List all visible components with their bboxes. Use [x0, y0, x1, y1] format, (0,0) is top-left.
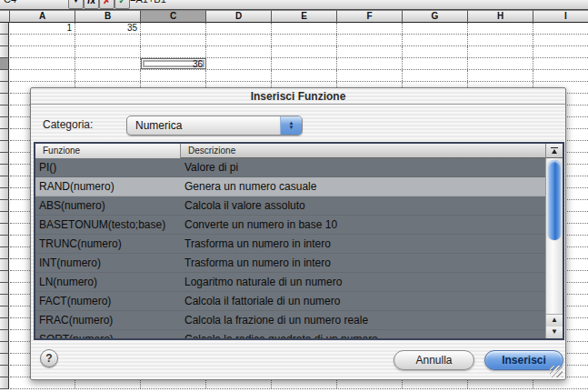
column-header-D[interactable]: D — [206, 10, 272, 23]
row-header-20[interactable] — [0, 247, 9, 259]
cell-A5[interactable] — [10, 70, 75, 81]
row-header-25[interactable] — [0, 307, 9, 318]
row-header-5[interactable] — [0, 70, 9, 82]
column-header-I[interactable]: I — [533, 10, 588, 23]
cell-F1[interactable] — [337, 23, 403, 34]
cell-B5[interactable] — [75, 70, 141, 81]
function-row-factnumero[interactable]: FACT(numero)Calcola il fattoriale di un … — [35, 292, 545, 311]
cell-F2[interactable] — [337, 35, 403, 45]
cell-E3[interactable] — [272, 46, 337, 57]
row-header-27[interactable] — [0, 330, 9, 342]
column-header-G[interactable]: G — [403, 10, 468, 23]
row-header-30[interactable] — [0, 366, 9, 377]
cell-I4[interactable] — [533, 58, 588, 69]
formula-input[interactable]: =A1+B1 — [130, 0, 166, 5]
cell-D3[interactable] — [206, 46, 272, 57]
scroll-down-icon[interactable]: ▼ — [546, 327, 563, 338]
cell-D1[interactable] — [206, 23, 272, 34]
column-header-C[interactable]: C — [141, 10, 206, 23]
row-header-4[interactable] — [0, 58, 9, 70]
accept-entry-icon[interactable]: ✓ — [115, 0, 130, 9]
category-popup[interactable]: Numerica ▲▼ — [126, 116, 303, 136]
column-header-H[interactable]: H — [468, 10, 533, 23]
function-icon[interactable]: fx — [84, 0, 99, 9]
row-header-29[interactable] — [0, 354, 9, 366]
row-header-2[interactable] — [0, 35, 9, 46]
cell-G3[interactable] — [403, 46, 468, 57]
column-header-funzione[interactable]: Funzione — [35, 144, 181, 158]
cell-B2[interactable] — [75, 35, 141, 45]
column-header-B[interactable]: B — [75, 10, 141, 23]
row-header-17[interactable] — [0, 212, 9, 224]
row-header-9[interactable] — [0, 117, 9, 129]
scroll-up-icon[interactable]: ▲ — [546, 315, 563, 327]
cell-F5[interactable] — [337, 70, 403, 81]
row-header-16[interactable] — [0, 200, 9, 212]
row-header-6[interactable] — [0, 82, 9, 94]
cell-H2[interactable] — [468, 35, 533, 45]
row-header-19[interactable] — [0, 236, 9, 247]
help-button[interactable]: ? — [40, 349, 58, 367]
row-header-26[interactable] — [0, 318, 9, 330]
row-header-18[interactable] — [0, 224, 9, 236]
resize-grip[interactable] — [550, 366, 563, 377]
cell-I3[interactable] — [533, 46, 588, 57]
row-header-13[interactable] — [0, 165, 9, 176]
row-header-3[interactable] — [0, 46, 9, 58]
column-header-F[interactable]: F — [337, 10, 403, 23]
cell-I2[interactable] — [533, 35, 588, 45]
cell-F4[interactable] — [337, 58, 403, 69]
function-row-randnumero[interactable]: RAND(numero)Genera un numero casuale — [35, 177, 545, 196]
row-header-10[interactable] — [0, 129, 9, 141]
function-row-pi[interactable]: PI()Valore di pi — [35, 158, 545, 177]
cancel-entry-icon[interactable]: ✗ — [99, 0, 115, 9]
cell-C5[interactable] — [141, 70, 206, 81]
cell-C2[interactable] — [141, 35, 206, 45]
row-header-21[interactable] — [0, 259, 9, 271]
cell-D2[interactable] — [206, 35, 272, 45]
cell-A3[interactable] — [10, 46, 75, 57]
cell-B3[interactable] — [75, 46, 141, 57]
row-header-14[interactable] — [0, 176, 9, 188]
list-scrollbar[interactable]: ▲ ▼ — [545, 158, 563, 338]
cancel-button[interactable]: Annulla — [394, 350, 474, 370]
cell-B4[interactable] — [75, 58, 141, 69]
cell-C1[interactable] — [141, 23, 206, 34]
sort-order-button[interactable] — [545, 144, 563, 158]
function-row-basetonumtestobase[interactable]: BASETONUM(testo;base)Converte un numero … — [35, 216, 545, 235]
cell-A4[interactable] — [10, 58, 75, 69]
cell-E1[interactable] — [272, 23, 337, 34]
function-row-lnnumero[interactable]: LN(numero)Logaritmo naturale di un numer… — [35, 273, 545, 292]
function-row-intnumero[interactable]: INT(numero)Trasforma un numero in intero — [35, 254, 545, 273]
function-row-fracnumero[interactable]: FRAC(numero)Calcola la frazione di un nu… — [35, 311, 545, 330]
cell-C4[interactable]: 36 — [141, 58, 206, 69]
row-header-8[interactable] — [0, 106, 9, 117]
row-header-15[interactable] — [0, 188, 9, 200]
cell-H1[interactable] — [468, 23, 533, 34]
function-row-absnumero[interactable]: ABS(numero)Calcola il valore assoluto — [35, 196, 545, 216]
cell-E4[interactable] — [272, 58, 337, 69]
cell-D5[interactable] — [206, 70, 272, 81]
cell-D4[interactable] — [206, 58, 272, 69]
scrollbar-thumb[interactable] — [548, 160, 561, 240]
row-header-7[interactable] — [0, 94, 9, 106]
cell-E2[interactable] — [272, 35, 337, 45]
cell-G4[interactable] — [403, 58, 468, 69]
grid-corner-cell[interactable] — [0, 10, 10, 23]
row-header-23[interactable] — [0, 283, 9, 295]
row-header-24[interactable] — [0, 295, 9, 307]
row-header-31[interactable] — [0, 377, 9, 389]
cell-H4[interactable] — [468, 58, 533, 69]
cell-I1[interactable] — [533, 23, 588, 34]
cell-C3[interactable] — [141, 46, 206, 57]
function-row-sqrtnumero[interactable]: SQRT(numero)Calcola la radice quadrata d… — [35, 330, 545, 338]
cell-G2[interactable] — [403, 35, 468, 45]
row-header-28[interactable] — [0, 342, 9, 354]
row-header-22[interactable] — [0, 271, 9, 283]
row-header-11[interactable] — [0, 141, 9, 153]
cell-H3[interactable] — [468, 46, 533, 57]
column-header-A[interactable]: A — [10, 10, 75, 23]
cell-B1[interactable]: 35 — [75, 23, 141, 34]
cell-G5[interactable] — [403, 70, 468, 81]
cell-F3[interactable] — [337, 46, 403, 57]
